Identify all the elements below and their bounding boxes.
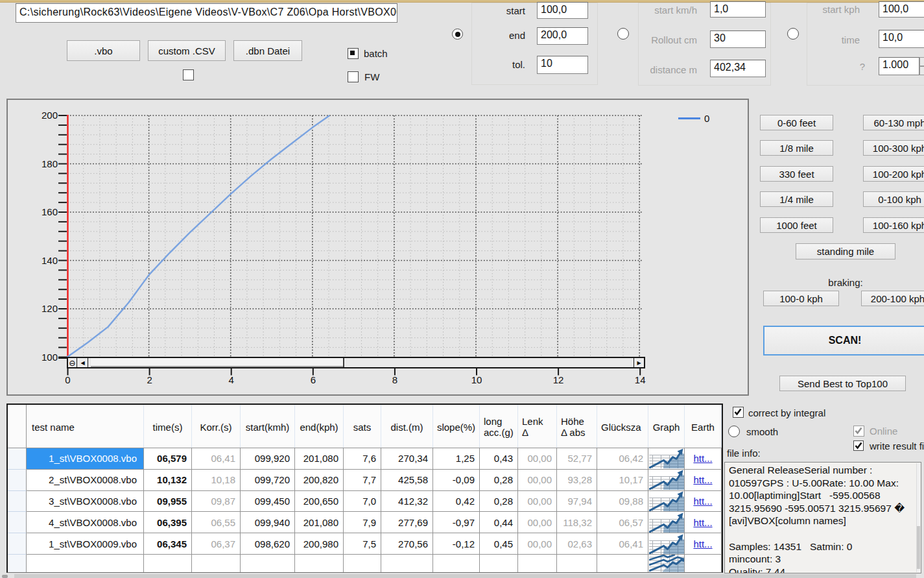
earth-link[interactable]: htt... [685,496,721,507]
cell-time[interactable]: 06,345 [144,533,192,555]
speed-range-radio[interactable] [452,29,463,40]
timed-radio[interactable] [787,28,799,40]
file-path-input[interactable]: C:\sicherung\Rock63\Videos\Eigene Videos… [16,3,397,23]
rollout-cm-field[interactable]: 30 [710,30,766,48]
cell-graph[interactable] [648,512,685,533]
cell-hoehe[interactable]: 93,28 [557,470,597,491]
graph-icon[interactable] [649,512,684,533]
cell-earth[interactable]: htt... [685,470,722,491]
cell-test_name[interactable]: 4_st\VBOX0008.vbo [27,512,144,533]
cell-test_name[interactable] [27,555,144,573]
cell-sats[interactable] [344,555,381,573]
column-header[interactable]: time(s) [144,405,192,448]
cell-start[interactable] [241,555,295,573]
column-header[interactable]: Korr.(s) [192,405,241,448]
row-header-cell[interactable] [8,491,27,512]
load-vbo-button[interactable]: .vbo [67,40,140,61]
cell-lenk[interactable]: 00,00 [518,512,557,533]
scroll-left-icon[interactable]: ◀ [78,358,88,367]
row-header-cell[interactable] [8,470,27,491]
cell-sats[interactable]: 7,6 [344,448,381,470]
spinner-down-icon[interactable]: ▼ [919,66,924,75]
graph-icon[interactable] [649,491,684,511]
btn-100-0-kph[interactable]: 100-0 kph [763,291,839,306]
batch-checkbox[interactable] [348,48,359,59]
cell-end[interactable] [295,555,344,573]
cell-lenk[interactable] [518,555,557,573]
graph-icon[interactable] [649,534,684,554]
cell-gluecks[interactable]: 06,57 [597,512,648,533]
cell-hoehe[interactable]: 02,63 [557,533,597,555]
graph-icon[interactable] [649,448,684,468]
cell-dist[interactable]: 270,34 [381,448,433,470]
graph-icon-stack[interactable] [649,555,684,572]
cell-slope[interactable]: -0,97 [433,512,480,533]
column-header[interactable]: Lenk Δ [518,405,557,448]
cell-slope[interactable]: 1,25 [433,448,480,470]
cell-end[interactable]: 200,980 [295,533,344,555]
btn-1-4-mile[interactable]: 1/4 mile [760,191,833,207]
earth-link[interactable]: htt... [685,538,721,549]
btn-330-feet[interactable]: 330 feet [760,166,833,182]
row-header-cell[interactable] [8,533,27,555]
cell-dist[interactable]: 277,69 [381,512,433,533]
cell-gluecks[interactable]: 06,42 [597,448,648,470]
btn-100-200-kph[interactable]: 100-200 kph [863,166,924,182]
row-header-cell[interactable] [8,448,27,470]
cell-graph[interactable] [648,448,685,470]
rollout-radio[interactable] [617,28,629,40]
cell-hoehe[interactable]: 52,77 [557,448,597,470]
scrollbar-thumb[interactable] [91,358,344,367]
fw-checkbox[interactable] [348,71,359,82]
cell-graph[interactable] [648,533,685,555]
file-info-textbox[interactable]: General ReleaseSerial number : 010597GPS… [724,462,921,573]
btn-standing-mile[interactable]: standing mile [796,243,895,259]
cell-sats[interactable]: 7,9 [344,512,381,533]
cell-korr[interactable]: 06,41 [192,448,241,470]
cell-sats[interactable]: 7,0 [344,491,381,512]
cell-time[interactable]: 06,395 [144,512,192,533]
cell-time[interactable] [144,555,192,573]
cell-long_acc[interactable]: 0,43 [480,448,518,470]
cell-sats[interactable]: 7,5 [344,533,381,555]
cell-end[interactable]: 201,080 [295,512,344,533]
cell-sats[interactable]: 7,7 [344,470,381,491]
cell-hoehe[interactable]: 97,94 [557,491,597,512]
cell-start[interactable]: 099,920 [241,448,295,470]
cell-korr[interactable]: 06,37 [192,533,241,555]
column-header[interactable]: test name [27,405,144,448]
online-checkbox[interactable] [853,426,864,437]
timed-factor-field[interactable]: 1.000 [879,57,919,75]
btn-60-130-mph[interactable]: 60-130 mph [863,115,924,130]
speed-time-chart[interactable]: 100120140160180200024681012140 [8,100,748,394]
column-header[interactable]: Höhe Δ abs [557,405,597,448]
zoom-out-icon[interactable]: ⊖ [68,358,77,367]
cell-hoehe[interactable]: 118,32 [557,512,597,533]
column-header[interactable]: long acc.(g) [480,405,518,448]
cell-start[interactable]: 099,720 [241,470,295,491]
cell-start[interactable]: 099,450 [241,491,295,512]
cell-hoehe[interactable] [557,555,597,573]
spinner-up-icon[interactable]: ▲ [919,57,924,66]
graph-icon[interactable] [649,470,684,490]
cell-dist[interactable]: 425,58 [381,470,433,491]
csv-option-checkbox[interactable] [183,69,194,80]
rollout-distance-field[interactable]: 402,34 [710,60,766,77]
earth-link[interactable]: htt... [685,517,721,528]
results-table[interactable]: test nametime(s)Korr.(s)start(kmh)end(kp… [6,403,723,573]
column-header[interactable]: Glücksza [597,405,648,448]
cell-graph[interactable] [648,555,685,573]
smooth-radio[interactable] [728,426,740,437]
table-h-scrollbar[interactable] [14,574,916,578]
cell-end[interactable]: 201,080 [295,448,344,470]
cell-graph[interactable] [648,470,685,491]
cell-start[interactable]: 098,620 [241,533,295,555]
cell-long_acc[interactable]: 0,28 [480,491,518,512]
scroll-right-icon[interactable]: ▶ [634,358,644,367]
cell-slope[interactable] [433,555,480,573]
column-header[interactable]: sats [344,405,381,448]
cell-gluecks[interactable]: 09,88 [597,491,648,512]
cell-earth[interactable]: htt... [685,491,722,512]
chart-x-scrollbar[interactable]: ⊖ ◀ ▶ [67,357,645,368]
column-header[interactable]: Graph [648,405,685,448]
